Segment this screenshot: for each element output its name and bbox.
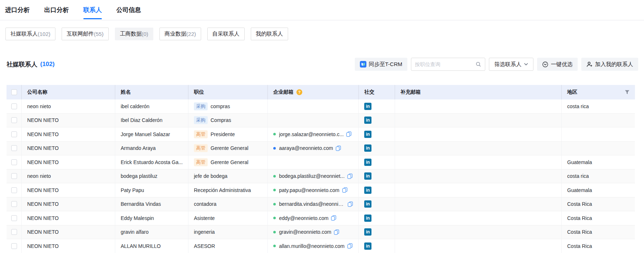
filter-internet-emails[interactable]: 互联网邮件(55) bbox=[62, 28, 109, 40]
linkedin-icon[interactable]: in bbox=[364, 215, 371, 222]
row-checkbox[interactable] bbox=[11, 201, 17, 207]
row-checkbox[interactable] bbox=[11, 103, 17, 109]
row-checkbox[interactable] bbox=[11, 229, 17, 235]
row-checkbox[interactable] bbox=[11, 131, 17, 137]
row-checkbox[interactable] bbox=[11, 117, 17, 123]
company-cell: neon nieto bbox=[22, 170, 115, 183]
row-checkbox[interactable] bbox=[11, 215, 17, 221]
company-cell: neon nieto bbox=[22, 99, 115, 113]
table-row: NEON NIETO ALLAN MURILLO ASESOR allan.mu… bbox=[7, 239, 635, 253]
email-cell: gravin@neonnieto.com bbox=[268, 225, 359, 239]
table-body: neon nieto ibel calderón 采购 compras in c… bbox=[7, 99, 635, 253]
filter-business-registration[interactable]: 工商数据(0) bbox=[115, 28, 153, 40]
row-checkbox[interactable] bbox=[11, 187, 17, 193]
one-click-optimize-button[interactable]: 一键优选 bbox=[537, 58, 578, 71]
extra-email-cell bbox=[395, 142, 562, 155]
email-cell bbox=[268, 99, 359, 113]
linkedin-icon[interactable]: in bbox=[364, 117, 371, 124]
filter-contacts-button[interactable]: 筛选联系人 bbox=[489, 58, 533, 71]
tab-import-analysis[interactable]: 进口分析 bbox=[5, 0, 30, 20]
company-cell: NEON NIETO bbox=[22, 127, 115, 141]
linkedin-icon[interactable]: in bbox=[364, 172, 371, 180]
linkedin-icon[interactable]: in bbox=[364, 242, 371, 250]
person-add-icon bbox=[586, 61, 593, 68]
tab-company-info[interactable]: 公司信息 bbox=[116, 0, 141, 20]
position-cell: 高管 Presidente bbox=[188, 127, 268, 141]
region-cell: Costa Rica bbox=[562, 211, 635, 225]
position-cell: Asistente bbox=[188, 211, 268, 225]
social-cell: in bbox=[359, 114, 395, 127]
position-search-input[interactable] bbox=[415, 61, 475, 67]
row-checkbox[interactable] bbox=[11, 173, 17, 179]
copy-icon[interactable] bbox=[342, 187, 348, 193]
extra-email-cell bbox=[395, 127, 562, 141]
extra-email-cell bbox=[395, 99, 562, 113]
position-tag: 高管 bbox=[194, 130, 208, 138]
row-checkbox[interactable] bbox=[11, 145, 17, 151]
col-email: 企业邮箱 ? bbox=[268, 85, 359, 99]
table-row: neon nieto bodega plastiluz jefe de bode… bbox=[7, 170, 635, 184]
copy-icon[interactable] bbox=[348, 201, 353, 207]
region-cell bbox=[562, 114, 635, 127]
region-filter-funnel-icon[interactable] bbox=[625, 90, 630, 94]
email-status-dot bbox=[273, 147, 276, 150]
filter-buttons: 社媒联系人(102) 互联网邮件(55) 工商数据(0) 商业数据(22) 自采… bbox=[0, 28, 644, 40]
row-checkbox[interactable] bbox=[11, 243, 17, 249]
linkedin-icon[interactable]: in bbox=[364, 131, 371, 138]
social-cell: in bbox=[359, 170, 395, 183]
section-title: 社媒联系人 bbox=[7, 60, 37, 69]
email-cell: bernardita.vindas@neonnie... bbox=[268, 197, 359, 211]
extra-email-cell bbox=[395, 155, 562, 169]
copy-icon[interactable] bbox=[346, 131, 352, 137]
social-cell: in bbox=[359, 155, 395, 169]
linkedin-icon[interactable]: in bbox=[364, 200, 371, 208]
email-cell bbox=[268, 114, 359, 127]
copy-icon[interactable] bbox=[336, 146, 341, 151]
filter-commercial-data[interactable]: 商业数据(22) bbox=[159, 28, 201, 40]
company-cell: NEON NIETO bbox=[22, 239, 115, 253]
table-row: NEON NIETO Paty Papu Recepción Administr… bbox=[7, 183, 635, 197]
tab-contacts[interactable]: 联系人 bbox=[83, 0, 102, 20]
position-tag: 采购 bbox=[194, 116, 208, 124]
position-cell: 高管 Gerente General bbox=[188, 155, 268, 169]
name-cell: Jorge Manuel Salazar bbox=[115, 127, 188, 141]
copy-icon[interactable] bbox=[347, 174, 353, 179]
tab-export-analysis[interactable]: 出口分析 bbox=[44, 0, 69, 20]
linkedin-icon[interactable]: in bbox=[364, 187, 371, 194]
table-row: NEON NIETO gravin alfaro ingeneria gravi… bbox=[7, 225, 635, 240]
copy-icon[interactable] bbox=[347, 243, 353, 249]
social-cell: in bbox=[359, 225, 395, 239]
copy-icon[interactable] bbox=[334, 229, 339, 235]
filter-social-media-contacts[interactable]: 社媒联系人(102) bbox=[5, 28, 55, 40]
email-status-dot bbox=[273, 231, 276, 233]
filter-my-contacts[interactable]: 我的联系人 bbox=[251, 28, 288, 40]
filter-self-collected[interactable]: 自采联系人 bbox=[207, 28, 245, 40]
name-cell: bodega plastiluz bbox=[115, 170, 188, 183]
linkedin-icon[interactable]: in bbox=[364, 228, 371, 236]
region-cell bbox=[562, 142, 635, 155]
copy-icon[interactable] bbox=[331, 215, 336, 221]
position-cell: 采购 compras bbox=[188, 99, 268, 113]
help-icon[interactable]: ? bbox=[296, 89, 302, 95]
position-cell: 采购 Compras bbox=[188, 114, 268, 127]
select-all-checkbox[interactable] bbox=[11, 89, 17, 95]
company-cell: NEON NIETO bbox=[22, 225, 115, 239]
sync-tcrm-button[interactable]: 同步至T-CRM bbox=[355, 58, 408, 71]
row-checkbox[interactable] bbox=[11, 159, 17, 165]
table-row: NEON NIETO Ibel Diaz Calderón 采购 Compras… bbox=[7, 114, 635, 128]
company-cell: NEON NIETO bbox=[22, 211, 115, 225]
top-tab-bar: 进口分析 出口分析 联系人 公司信息 bbox=[0, 0, 644, 20]
position-cell: jefe de bodega bbox=[188, 170, 268, 183]
extra-email-cell bbox=[395, 170, 562, 183]
linkedin-icon[interactable]: in bbox=[364, 159, 371, 166]
email-status-dot bbox=[273, 175, 276, 177]
linkedin-icon[interactable]: in bbox=[364, 144, 371, 152]
region-cell: Costa Rica bbox=[562, 197, 635, 211]
search-icon[interactable] bbox=[475, 61, 481, 67]
email-cell: eddy@neonnieto.com bbox=[268, 211, 359, 225]
table-header: 公司名称 姓名 职位 企业邮箱 ? 社交 补充邮箱 地区 bbox=[7, 85, 635, 99]
tcrm-logo-icon bbox=[360, 61, 366, 68]
add-to-my-contacts-button[interactable]: 加入我的联系人 bbox=[581, 58, 638, 71]
linkedin-icon[interactable]: in bbox=[364, 103, 371, 110]
name-cell: Bernardita Vindas bbox=[115, 197, 188, 211]
